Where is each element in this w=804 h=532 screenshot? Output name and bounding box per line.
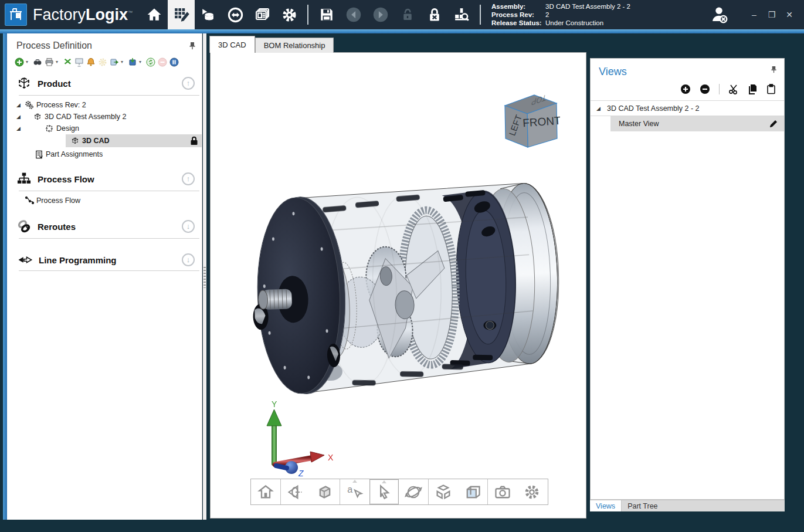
find-icon[interactable] xyxy=(32,57,42,67)
maximize-button[interactable]: ❒ xyxy=(763,7,781,22)
unlock-icon[interactable] xyxy=(394,0,421,29)
expander-icon[interactable]: ◢ xyxy=(596,106,602,111)
settings-icon[interactable] xyxy=(276,0,303,29)
add-icon[interactable] xyxy=(14,57,24,67)
pause-icon[interactable] xyxy=(169,57,179,67)
svg-text:a: a xyxy=(347,484,352,494)
dropdown-caret-icon[interactable]: ▾ xyxy=(56,59,60,65)
tree-item-design[interactable]: ◢ Design xyxy=(7,123,202,134)
section-line-programming[interactable]: Line Programming ↓ xyxy=(7,248,202,270)
user-status-icon[interactable] xyxy=(709,5,729,24)
dropdown-caret-icon[interactable]: ▾ xyxy=(139,59,144,65)
home-icon[interactable] xyxy=(141,0,168,29)
tree-item-label: Part Assignments xyxy=(46,150,103,158)
minimize-button[interactable]: – xyxy=(745,7,763,22)
splitter-grip[interactable] xyxy=(203,267,206,288)
document-tabs: 3D CAD BOM Relationship xyxy=(209,36,334,53)
expander-icon[interactable]: ◢ xyxy=(16,126,22,131)
pin-icon[interactable] xyxy=(189,42,196,50)
collapse-up-icon[interactable]: ↑ xyxy=(182,172,195,185)
lock-icon xyxy=(190,136,198,145)
find-assembly-icon[interactable] xyxy=(448,0,475,29)
view-cube[interactable]: FRONT LEFT TOP xyxy=(499,89,560,148)
panel-splitter[interactable] xyxy=(203,33,206,520)
dropdown-caret-icon[interactable]: ▾ xyxy=(26,59,30,65)
tab-bom-relationship[interactable]: BOM Relationship xyxy=(255,38,334,53)
section-product[interactable]: Product ↑ xyxy=(7,70,202,95)
collapse-up-icon[interactable]: ↑ xyxy=(182,77,195,90)
components-icon[interactable] xyxy=(62,57,72,67)
tab-part-tree[interactable]: Part Tree xyxy=(622,500,663,511)
view-settings-icon[interactable] xyxy=(517,479,547,504)
tree-item-3d-cad-selected[interactable]: 3D CAD xyxy=(66,134,202,147)
tree-item-label: 3D CAD Test Assembly 2 xyxy=(45,113,126,121)
3d-viewport[interactable]: FRONT LEFT TOP Y X Z xyxy=(210,52,586,519)
view-home-icon[interactable] xyxy=(251,479,280,504)
copy-icon[interactable] xyxy=(748,84,758,94)
process-rev-value: 2 xyxy=(545,11,549,19)
accent-strip xyxy=(0,29,804,33)
bell-icon[interactable] xyxy=(86,57,96,67)
process-definition-panel: Process Definition ▾ ▾ ▾ ▾ Pro xyxy=(7,33,202,520)
section-process-flow[interactable]: Process Flow ↑ xyxy=(7,166,202,191)
export-icon[interactable] xyxy=(109,57,119,67)
snapshot-camera-icon[interactable] xyxy=(488,479,517,504)
select-cursor-icon[interactable] xyxy=(369,479,399,504)
import-icon[interactable] xyxy=(127,57,137,67)
gears-icon xyxy=(25,100,34,110)
expand-down-icon[interactable]: ↓ xyxy=(182,220,195,233)
section-view-icon[interactable] xyxy=(458,479,487,504)
product-cube-icon xyxy=(16,76,32,91)
section-product-label: Product xyxy=(38,79,71,89)
documents-icon[interactable] xyxy=(249,0,276,29)
tree-item-assembly[interactable]: ◢ 3D CAD Test Assembly 2 xyxy=(7,111,202,123)
tab-views[interactable]: Views xyxy=(590,500,622,511)
tree-item-process-rev[interactable]: ◢ Process Rev: 2 xyxy=(7,99,202,111)
save-icon[interactable] xyxy=(313,0,340,29)
remove-view-icon[interactable] xyxy=(700,84,710,94)
tab-3d-cad[interactable]: 3D CAD xyxy=(209,36,255,53)
process-definition-icon[interactable] xyxy=(168,0,195,29)
explode-view-icon[interactable] xyxy=(429,479,458,504)
edit-pencil-icon[interactable] xyxy=(769,119,778,128)
tree-item-process-flow[interactable]: Process Flow xyxy=(7,195,202,206)
viewport-toolbar: a xyxy=(250,479,548,505)
presentation-icon[interactable] xyxy=(74,57,84,67)
refresh-icon[interactable] xyxy=(145,57,155,67)
paste-icon[interactable] xyxy=(766,84,776,94)
pin-icon[interactable] xyxy=(771,66,777,73)
expander-icon[interactable]: ◢ xyxy=(16,102,22,108)
views-tree-master-view[interactable]: Master View xyxy=(610,116,784,131)
add-view-icon[interactable] xyxy=(680,84,691,94)
expander-icon[interactable]: ◢ xyxy=(16,114,22,120)
dropdown-caret-icon[interactable]: ▾ xyxy=(121,59,125,65)
axis-triad: Y X Z xyxy=(256,401,338,480)
process-rev-label: Process Rev: xyxy=(491,11,545,19)
print-icon[interactable] xyxy=(44,57,54,67)
transfer-icon[interactable] xyxy=(222,0,249,29)
factorylogix-logo-icon xyxy=(5,4,27,26)
forward-icon[interactable] xyxy=(367,0,394,29)
shaded-cube-icon[interactable] xyxy=(310,479,340,504)
section-reroutes[interactable]: Reroutes ↓ xyxy=(7,214,202,238)
brand-title: FactoryLogix™ xyxy=(33,6,133,24)
cut-icon[interactable] xyxy=(728,84,739,94)
stop-disabled-icon[interactable] xyxy=(157,57,167,67)
tree-item-label: 3D CAD xyxy=(82,137,110,145)
viewcube-front-label[interactable]: FRONT xyxy=(522,114,560,130)
views-tree-root[interactable]: ◢ 3D CAD Test Assembly 2 - 2 xyxy=(591,100,784,116)
process-flow-icon xyxy=(16,171,32,187)
back-icon[interactable] xyxy=(340,0,367,29)
close-button[interactable]: ✕ xyxy=(781,7,798,22)
select-label-icon[interactable]: a xyxy=(340,479,369,504)
orbit-icon[interactable] xyxy=(399,479,428,504)
section-line-programming-label: Line Programming xyxy=(39,255,117,265)
expand-down-icon[interactable]: ↓ xyxy=(182,253,195,266)
gear-disabled-icon[interactable] xyxy=(97,57,107,67)
views-root-label: 3D CAD Test Assembly 2 - 2 xyxy=(607,104,699,113)
cube-icon xyxy=(33,112,42,121)
lock-close-icon[interactable] xyxy=(421,0,448,29)
production-icon[interactable] xyxy=(195,0,222,29)
view-orientation-icon[interactable] xyxy=(281,479,310,504)
tree-item-part-assignments[interactable]: Part Assignments xyxy=(7,148,202,160)
